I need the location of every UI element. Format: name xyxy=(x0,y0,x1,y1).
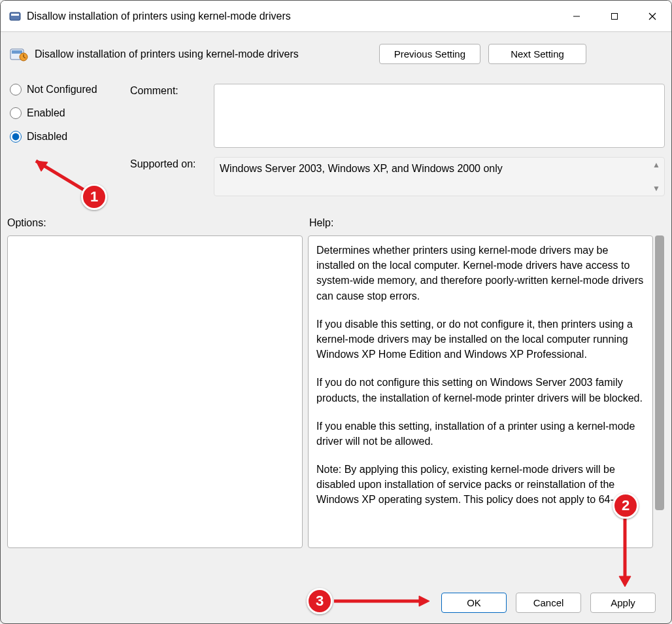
help-paragraph: If you enable this setting, installation… xyxy=(316,419,645,449)
supported-label: Supported on: xyxy=(130,157,214,196)
radio-not-configured[interactable]: Not Configured xyxy=(7,84,130,95)
radio-not-configured-input[interactable] xyxy=(10,84,22,95)
svg-marker-14 xyxy=(419,596,429,606)
previous-setting-button[interactable]: Previous Setting xyxy=(379,44,480,64)
apply-button[interactable]: Apply xyxy=(590,593,656,613)
minimize-button[interactable] xyxy=(558,1,596,31)
policy-icon xyxy=(8,10,22,23)
state-radios: Not Configured Enabled Disabled xyxy=(7,84,130,205)
window-title: Disallow installation of printers using … xyxy=(27,10,558,22)
dialog-footer: OK Cancel Apply xyxy=(441,593,656,613)
radio-disabled-input[interactable] xyxy=(10,131,22,143)
comment-textarea[interactable] xyxy=(214,84,665,148)
radio-enabled[interactable]: Enabled xyxy=(7,107,130,119)
svg-marker-12 xyxy=(619,576,631,587)
radio-label: Not Configured xyxy=(27,84,97,95)
options-panel xyxy=(7,235,303,548)
help-paragraph: Note: By applying this policy, existing … xyxy=(316,462,645,508)
ok-button[interactable]: OK xyxy=(441,593,507,613)
chevron-down-icon[interactable]: ▼ xyxy=(652,184,660,193)
svg-rect-0 xyxy=(10,12,20,20)
radio-label: Enabled xyxy=(27,107,65,119)
cancel-button[interactable]: Cancel xyxy=(516,593,581,613)
supported-on-text: Windows Server 2003, Windows XP, and Win… xyxy=(220,163,503,174)
radio-label: Disabled xyxy=(27,131,67,143)
next-setting-button[interactable]: Next Setting xyxy=(488,44,586,64)
chevron-up-icon[interactable]: ▲ xyxy=(652,160,660,169)
policy-title: Disallow installation of printers using … xyxy=(35,48,379,60)
maximize-button[interactable] xyxy=(596,1,633,31)
help-paragraph: If you do not configure this setting on … xyxy=(316,375,645,405)
policy-icon xyxy=(10,46,28,62)
dialog-window: Disallow installation of printers using … xyxy=(0,0,672,624)
options-section-label: Options: xyxy=(7,217,309,229)
svg-rect-1 xyxy=(11,14,19,16)
help-scrollbar[interactable] xyxy=(654,235,665,548)
window-controls xyxy=(558,1,671,31)
radio-enabled-input[interactable] xyxy=(10,107,22,119)
help-section-label: Help: xyxy=(309,217,333,229)
comment-label: Comment: xyxy=(130,84,214,148)
header-row: Disallow installation of printers using … xyxy=(7,32,665,71)
supported-on-box: Windows Server 2003, Windows XP, and Win… xyxy=(214,157,665,196)
close-button[interactable] xyxy=(633,1,671,31)
help-paragraph: Determines whether printers using kernel… xyxy=(316,243,645,303)
svg-rect-3 xyxy=(612,13,618,19)
radio-disabled[interactable]: Disabled xyxy=(7,131,130,143)
annotation-badge-3: 3 xyxy=(307,588,333,614)
help-panel: Determines whether printers using kernel… xyxy=(308,235,653,548)
titlebar: Disallow installation of printers using … xyxy=(1,1,671,32)
help-paragraph: If you disable this setting, or do not c… xyxy=(316,317,645,362)
svg-rect-7 xyxy=(12,50,22,54)
scrollbar-thumb[interactable] xyxy=(655,235,664,510)
